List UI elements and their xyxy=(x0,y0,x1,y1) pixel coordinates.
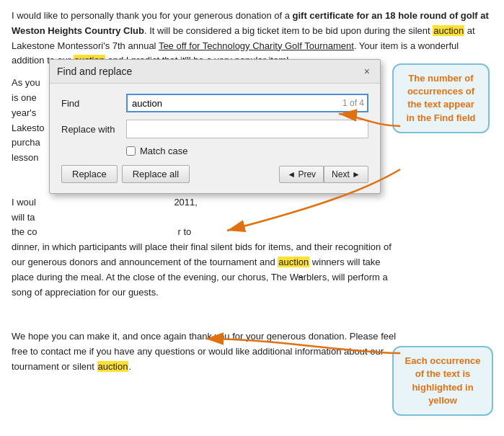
nav-group: ◄ Prev Next ► xyxy=(279,166,368,183)
find-replace-dialog: Find and replace × Find 1 of 4 Replace w… xyxy=(49,59,381,194)
find-label: Find xyxy=(61,98,126,109)
dialog-close-button[interactable]: × xyxy=(361,65,373,78)
match-case-row: Match case xyxy=(126,146,368,156)
replace-button[interactable]: Replace xyxy=(61,165,118,183)
find-input-wrapper: 1 of 4 xyxy=(126,94,368,112)
match-case-checkbox[interactable] xyxy=(126,146,136,156)
highlight-auction-3: auction xyxy=(278,257,309,267)
prev-button[interactable]: ◄ Prev xyxy=(279,166,324,183)
highlight-auction-4: auction xyxy=(97,361,129,372)
paragraph-3: I woul 2011, will ta the co r to xyxy=(12,195,492,301)
dialog-body: Find 1 of 4 Replace with Match case Repl… xyxy=(50,84,380,193)
find-input[interactable] xyxy=(126,94,368,112)
highlight-auction-1: auction xyxy=(433,25,464,36)
dialog-titlebar: Find and replace × xyxy=(50,60,380,84)
callout-top: The number of occurrences of the text ap… xyxy=(392,63,490,133)
dialog-title: Find and replace xyxy=(57,66,132,77)
replace-label: Replace with xyxy=(61,124,126,135)
replace-row: Replace with xyxy=(61,120,368,138)
replace-input[interactable] xyxy=(126,120,368,138)
find-count: 1 of 4 xyxy=(342,98,364,108)
next-button[interactable]: Next ► xyxy=(324,166,368,183)
match-case-label: Match case xyxy=(140,146,187,156)
dialog-buttons: Replace Replace all ◄ Prev Next ► xyxy=(61,165,368,183)
find-row: Find 1 of 4 xyxy=(61,94,368,112)
paragraph-4-blank xyxy=(12,307,492,322)
replace-all-button[interactable]: Replace all xyxy=(122,165,190,183)
callout-bottom: Each occurrence of the text is highlight… xyxy=(392,346,493,416)
